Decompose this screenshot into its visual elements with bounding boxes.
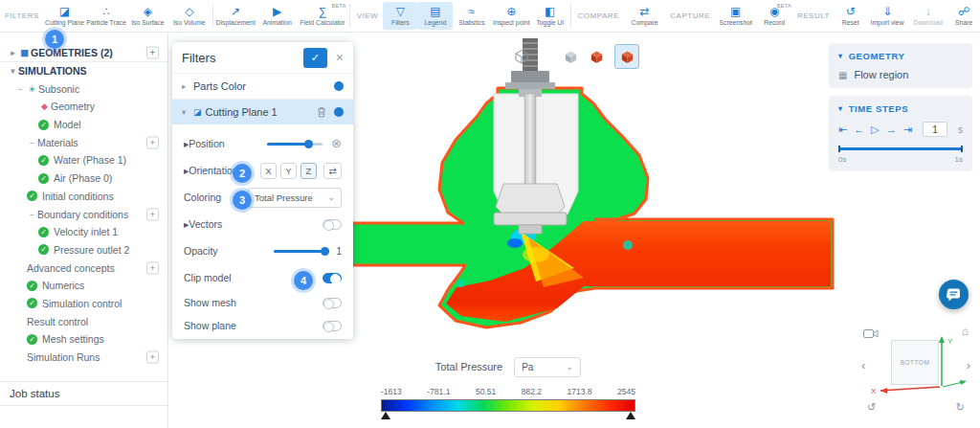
tree-item-mesh-settings[interactable]: ✓ Mesh settings (0, 330, 167, 349)
displacement-button[interactable]: ↗ Displacement (214, 2, 256, 30)
rotate-cw-icon[interactable]: ↻ (956, 402, 965, 413)
axis-x-button[interactable]: X (260, 163, 277, 179)
add-geometry-button[interactable]: + (146, 46, 159, 58)
view-cube-face[interactable]: BOTTOM (891, 340, 939, 385)
tree-item-geometries[interactable]: ▸ ▦ GEOMETRIES (2) + (0, 44, 167, 62)
clip-model-toggle[interactable] (323, 273, 342, 283)
time-step-input[interactable] (923, 122, 947, 137)
time-steps-panel-header[interactable]: ▾ TIME STEPS (838, 103, 963, 114)
rotate-ccw-icon[interactable]: ↺ (867, 402, 876, 413)
position-slider[interactable] (267, 143, 323, 146)
legend-min-handle[interactable] (381, 412, 390, 419)
legend-unit-dropdown[interactable]: Pa ⌄ (514, 357, 581, 377)
share-button[interactable]: ☍ Share (947, 2, 980, 30)
cutting-plane-button[interactable]: ◪ Cutting Plane (44, 2, 85, 30)
rotate-view-left-icon[interactable]: ‹ (861, 359, 865, 372)
chevron-right-icon[interactable]: ▸ (182, 81, 193, 91)
screenshot-button[interactable]: ▣ Screenshot (715, 2, 756, 30)
tree-item-advanced-concepts[interactable]: Advanced concepts + (0, 259, 167, 277)
iso-surface-button[interactable]: ◈ Iso Surface (127, 2, 168, 30)
import-view-button[interactable]: ⇓ Import view (866, 2, 907, 30)
tree-item-pressure-outlet[interactable]: ✓ Pressure outlet 2 (0, 241, 167, 259)
tree-item-initial-conditions[interactable]: ✓ Initial conditions (0, 188, 167, 206)
reset-button[interactable]: ↺ Reset (835, 2, 867, 30)
remove-position-icon[interactable]: ⊗ (331, 139, 342, 148)
tree-item-boundary-conditions[interactable]: − Boundary conditions + (0, 205, 167, 223)
legend-toggle-button[interactable]: ▤ Legend (418, 2, 454, 30)
viewport-outline-cube-button[interactable] (510, 45, 533, 68)
axis-y-button[interactable]: Y (280, 163, 297, 179)
chevron-down-icon[interactable]: ▾ (8, 66, 18, 76)
time-range-slider[interactable] (838, 146, 963, 152)
cutting-plane-visibility-dot[interactable] (334, 107, 344, 117)
add-boundary-condition-button[interactable]: + (146, 208, 159, 220)
cutting-plane-row[interactable]: ▾ ◪ Cutting Plane 1 (172, 99, 353, 124)
step-back-icon[interactable]: ← (854, 124, 864, 135)
tree-item-simulation-runs[interactable]: Simulation Runs + (0, 349, 167, 367)
add-advanced-concept-button[interactable]: + (146, 261, 159, 274)
toggle-ui-button[interactable]: ◧ Toggle UI (532, 2, 568, 30)
home-icon[interactable]: ⌂ (962, 326, 969, 337)
camera-icon[interactable] (863, 327, 879, 342)
tree-item-simulations[interactable]: ▾ SIMULATIONS (0, 62, 167, 80)
flip-orientation-icon[interactable]: ⇄ (323, 163, 342, 179)
compare-button[interactable]: ⇄ Compare (624, 2, 665, 30)
apply-filters-button[interactable]: ✓ (303, 48, 327, 68)
skip-to-start-icon[interactable]: ⇤ (838, 124, 847, 135)
iso-volume-button[interactable]: ◇ Iso Volume (168, 2, 210, 30)
download-button[interactable]: ↓ Download (908, 2, 947, 30)
chevron-right-icon[interactable]: ▸ (8, 48, 18, 57)
statistics-button[interactable]: ≈ Statistics (453, 2, 490, 30)
chevron-down-icon[interactable]: ▾ (182, 107, 193, 117)
field-calculator-button[interactable]: BETA ∑ Field Calculator (298, 2, 346, 30)
show-plane-toggle[interactable] (323, 321, 342, 331)
tree-item-model[interactable]: ✓ Model (0, 116, 167, 134)
tree-item-air[interactable]: ✓ Air (Phase 0) (0, 169, 167, 188)
opacity-label: Opacity (184, 245, 218, 257)
opacity-slider[interactable] (274, 250, 329, 253)
parts-color-visibility-dot[interactable] (334, 81, 344, 91)
support-chat-button[interactable] (939, 280, 969, 309)
step-forward-icon[interactable]: → (886, 124, 897, 135)
legend-max-handle[interactable] (626, 412, 635, 419)
share-icon: ☍ (958, 6, 969, 18)
play-icon[interactable]: ▷ (871, 124, 879, 135)
skip-to-end-icon[interactable]: ⇥ (903, 124, 912, 135)
record-button[interactable]: BETA ◉ Record (756, 2, 792, 30)
geometry-icon: ◆ (38, 101, 51, 111)
collapse-icon[interactable]: − (15, 84, 26, 94)
show-mesh-toggle[interactable] (323, 298, 342, 308)
particle-trace-button[interactable]: ∴ Particle Trace (85, 2, 126, 30)
animation-button[interactable]: ▶ Animation (256, 2, 298, 30)
legend-color-bar[interactable] (381, 399, 635, 412)
close-icon[interactable]: × (336, 50, 344, 65)
job-status-bar[interactable]: Job status (0, 381, 167, 406)
legend-tick: 1713.8 (568, 387, 592, 396)
axis-z-button[interactable]: Z (301, 163, 317, 179)
viewport-red-cube-button[interactable] (587, 47, 606, 66)
time-range-labels: 0s 1s (838, 155, 963, 164)
add-material-button[interactable]: + (146, 136, 159, 148)
tree-item-water[interactable]: ✓ Water (Phase 1) (0, 151, 167, 169)
collapse-icon[interactable]: − (27, 210, 37, 219)
trash-icon[interactable] (317, 106, 326, 118)
tree-item-materials[interactable]: − Materials + (0, 133, 167, 151)
flow-region-item[interactable]: ▦ Flow region (838, 69, 963, 80)
tree-item-numerics[interactable]: ✓ Numerics (0, 277, 167, 295)
tree-item-geometry[interactable]: ◆ Geometry (0, 98, 167, 116)
geometry-panel-header[interactable]: ▾ GEOMETRY (838, 51, 963, 61)
parts-color-row[interactable]: ▸ Parts Color (172, 73, 353, 99)
vectors-toggle[interactable] (323, 219, 342, 230)
tree-item-result-control[interactable]: Result control (0, 312, 167, 330)
tree-item-simulation-control[interactable]: ✓ Simulation control (0, 295, 167, 313)
viewport-gray-cube-button[interactable] (561, 47, 580, 66)
tree-item-velocity-inlet[interactable]: ✓ Velocity inlet 1 (0, 223, 167, 241)
rotate-view-right-icon[interactable]: › (967, 359, 970, 372)
coloring-dropdown[interactable]: Total Pressure ⌄ (248, 188, 342, 208)
add-simulation-run-button[interactable]: + (146, 351, 159, 364)
collapse-icon[interactable]: − (27, 138, 37, 147)
tree-item-subsonic[interactable]: − ∗ Subsonic (0, 79, 167, 98)
filters-toggle-button[interactable]: ▽ Filters (383, 2, 418, 30)
viewport-red-cube-selected-button[interactable] (614, 44, 639, 69)
inspect-point-button[interactable]: ⊕ Inspect point (491, 2, 532, 30)
